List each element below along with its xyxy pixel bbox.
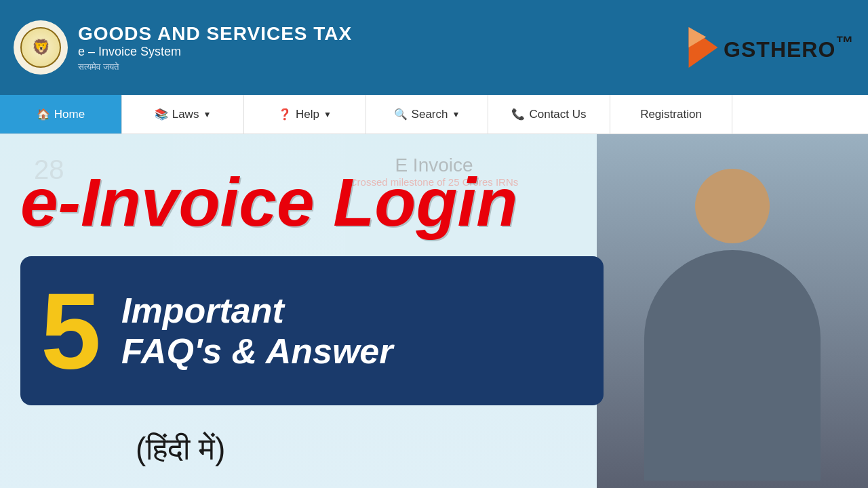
phone-icon: 📞 — [511, 108, 525, 121]
gsthero-logo: GSTHERO™ — [686, 27, 854, 68]
laws-dropdown-icon: ▼ — [203, 110, 211, 119]
nav-item-home[interactable]: 🏠 Home — [0, 95, 122, 134]
help-dropdown-icon: ▼ — [323, 110, 332, 119]
brand-name: GSTHERO™ — [724, 33, 854, 62]
nav-label-help: Help — [296, 108, 319, 121]
home-icon: 🏠 — [37, 108, 50, 121]
hindi-subtitle: (हिंदी में) — [136, 430, 225, 468]
main-nav: 🏠 Home 📚 Laws ▼ ❓ Help ▼ 🔍 Search ▼ 📞 Co… — [0, 95, 868, 134]
nav-item-registration[interactable]: Registration — [610, 95, 732, 134]
overlay-content: e-Invoice Login 5 Important FAQ's & Answ… — [0, 134, 868, 488]
nav-item-search[interactable]: 🔍 Search ▼ — [366, 95, 488, 134]
laws-icon: 📚 — [155, 108, 168, 121]
gsthero-arrow-icon — [686, 27, 720, 68]
nav-item-laws[interactable]: 📚 Laws ▼ — [122, 95, 244, 134]
person-head — [695, 169, 770, 243]
site-title-line2: e – Invoice System — [78, 45, 352, 59]
main-content: E Invoice Crossed milestone of 25 Crores… — [0, 134, 868, 488]
emblem-motto: सत्यमेव जयते — [78, 62, 352, 73]
faq-line2: FAQ's & Answer — [121, 331, 393, 371]
nav-label-search: Search — [412, 108, 448, 121]
search-icon: 🔍 — [394, 108, 408, 121]
search-dropdown-icon: ▼ — [452, 110, 460, 119]
nav-label-home: Home — [54, 108, 85, 121]
nav-label-laws: Laws — [172, 108, 199, 121]
brand-logo-area: GSTHERO™ — [686, 27, 854, 68]
presenter-image — [597, 134, 868, 488]
nav-label-contact: Contact Us — [529, 108, 586, 121]
nav-item-help[interactable]: ❓ Help ▼ — [244, 95, 366, 134]
nav-label-registration: Registration — [640, 108, 702, 121]
help-icon: ❓ — [278, 108, 292, 121]
faq-number: 5 — [41, 277, 101, 385]
government-emblem: 🦁 — [14, 20, 68, 75]
faq-banner: 5 Important FAQ's & Answer — [20, 256, 604, 405]
site-title-line1: GOODS AND SERVICES TAX — [78, 23, 352, 45]
header-left: 🦁 GOODS AND SERVICES TAX e – Invoice Sys… — [14, 20, 352, 75]
site-title: GOODS AND SERVICES TAX e – Invoice Syste… — [78, 23, 352, 73]
person-body — [644, 250, 821, 481]
site-header: 🦁 GOODS AND SERVICES TAX e – Invoice Sys… — [0, 0, 868, 95]
faq-text: Important FAQ's & Answer — [121, 290, 393, 371]
einvoice-login-title: e-Invoice Login — [20, 168, 517, 236]
nav-item-contact[interactable]: 📞 Contact Us — [488, 95, 610, 134]
faq-line1: Important — [121, 290, 393, 331]
